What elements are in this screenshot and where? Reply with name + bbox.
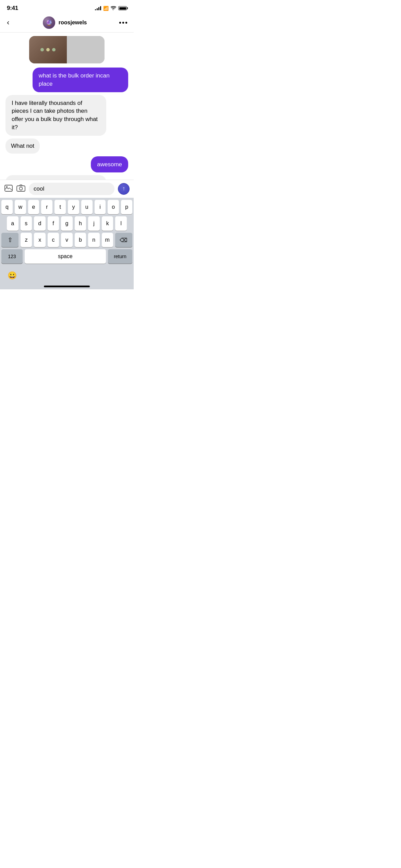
more-button[interactable]: ••• <box>119 19 128 27</box>
key-n[interactable]: n <box>88 233 99 247</box>
image-right <box>67 36 105 63</box>
message-input[interactable] <box>34 185 110 192</box>
message-input-wrap[interactable] <box>29 183 114 195</box>
send-button[interactable]: ↑ <box>118 183 130 195</box>
key-o[interactable]: o <box>108 200 119 214</box>
key-u[interactable]: u <box>81 200 93 214</box>
message-received-idea: Just give me an idea necklace, bracelets… <box>5 175 128 180</box>
key-f[interactable]: f <box>48 216 59 231</box>
key-v[interactable]: v <box>61 233 72 247</box>
key-k[interactable]: k <box>102 216 113 231</box>
send-icon: ↑ <box>122 185 125 192</box>
bubble-sent-awesome: awesome <box>91 156 128 173</box>
jewelry-dots <box>37 45 59 55</box>
keyboard-row-4: 123 space return <box>0 247 134 266</box>
key-c[interactable]: c <box>48 233 59 247</box>
emoji-key[interactable]: 😀 <box>5 269 19 282</box>
message-sent-bulk: what is the bulk order incan place <box>5 68 128 92</box>
keyboard-row-1: q w e r t y u i o p <box>0 198 134 214</box>
header-center: roosjewels <box>43 16 87 29</box>
key-s[interactable]: s <box>21 216 32 231</box>
back-button[interactable]: ‹ <box>5 17 11 28</box>
camera-icon[interactable] <box>16 183 25 194</box>
bubble-received-idea: Just give me an idea necklace, bracelets… <box>5 175 106 180</box>
gallery-icon[interactable] <box>4 183 13 194</box>
key-l[interactable]: l <box>115 216 127 231</box>
message-sent-awesome: awesome <box>5 156 128 173</box>
key-return[interactable]: return <box>108 249 132 264</box>
wifi-icon: 📶 <box>103 6 109 11</box>
keyboard-row-3: ⇧ z x c v b n m ⌫ <box>0 231 134 247</box>
signal-icon <box>95 6 101 10</box>
bubble-received-thousands: I have literally thousands of pieces I c… <box>5 95 106 136</box>
bubble-received-whatnot: What not <box>5 138 40 154</box>
key-p[interactable]: p <box>121 200 132 214</box>
key-g[interactable]: g <box>61 216 73 231</box>
keyboard-bottom: 😀 <box>0 266 134 284</box>
status-bar: 9:41 📶 <box>0 0 134 14</box>
image-message <box>5 36 128 63</box>
bubble-sent-bulk: what is the bulk order incan place <box>33 68 128 92</box>
key-y[interactable]: y <box>68 200 79 214</box>
username-label: roosjewels <box>59 20 87 26</box>
key-space[interactable]: space <box>25 249 106 264</box>
image-bubble[interactable] <box>29 36 105 63</box>
battery-icon <box>118 6 127 10</box>
key-e[interactable]: e <box>28 200 39 214</box>
message-received-whatnot: What not <box>5 138 128 154</box>
svg-point-3 <box>20 187 23 190</box>
key-j[interactable]: j <box>88 216 100 231</box>
avatar[interactable] <box>43 16 55 29</box>
key-m[interactable]: m <box>102 233 113 247</box>
home-indicator <box>44 286 90 287</box>
key-123[interactable]: 123 <box>1 249 23 264</box>
key-q[interactable]: q <box>1 200 13 214</box>
key-b[interactable]: b <box>75 233 86 247</box>
chat-area: what is the bulk order incan place I hav… <box>0 33 134 180</box>
key-h[interactable]: h <box>75 216 86 231</box>
keyboard-row-2: a s d f g h j k l <box>0 214 134 231</box>
keyboard: q w e r t y u i o p a s d f g h j k l ⇧ … <box>0 198 134 289</box>
message-received-thousands: I have literally thousands of pieces I c… <box>5 95 128 136</box>
key-w[interactable]: w <box>15 200 26 214</box>
svg-rect-2 <box>17 186 25 191</box>
key-z[interactable]: z <box>21 233 32 247</box>
key-t[interactable]: t <box>54 200 66 214</box>
key-i[interactable]: i <box>95 200 106 214</box>
key-delete[interactable]: ⌫ <box>115 233 132 247</box>
key-r[interactable]: r <box>41 200 52 214</box>
wifi-icon <box>111 6 116 10</box>
key-a[interactable]: a <box>7 216 19 231</box>
chat-header: ‹ roosjewels ••• <box>0 14 134 33</box>
status-icons: 📶 <box>95 6 127 11</box>
key-shift[interactable]: ⇧ <box>1 233 19 247</box>
input-area: ↑ <box>0 180 134 198</box>
image-left <box>29 36 67 63</box>
key-d[interactable]: d <box>34 216 46 231</box>
key-x[interactable]: x <box>34 233 45 247</box>
status-time: 9:41 <box>7 5 18 12</box>
